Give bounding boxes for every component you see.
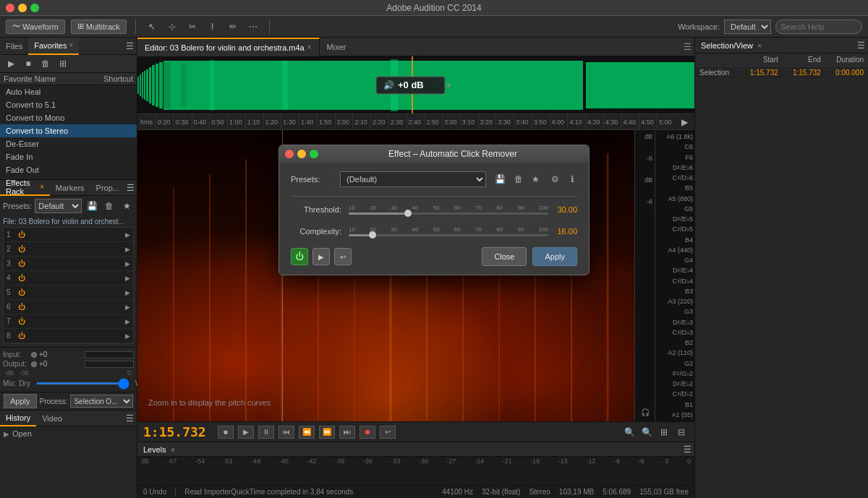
selection-end-value[interactable]: 1:15.732: [783, 66, 825, 80]
tab-mixer[interactable]: Mixer: [320, 41, 354, 53]
loop-btn[interactable]: ↩: [380, 426, 396, 439]
record-btn[interactable]: ⏺: [359, 426, 375, 439]
modal-apply-btn[interactable]: Apply: [532, 247, 577, 266]
tool-move[interactable]: ↖: [145, 20, 159, 33]
list-item[interactable]: Convert to Mono: [0, 111, 137, 124]
rewind-btn[interactable]: ⏮: [278, 426, 294, 439]
complexity-value[interactable]: 16.00: [548, 227, 577, 236]
end-btn[interactable]: ⏭: [339, 426, 355, 439]
tab-levels[interactable]: Levels ×: [137, 444, 181, 455]
input-dot[interactable]: [31, 352, 37, 358]
mix-slider[interactable]: [36, 382, 129, 385]
history-arrow-icon: ▶: [4, 430, 9, 438]
threshold-value[interactable]: 30.00: [548, 205, 577, 214]
list-item[interactable]: Convert to Stereo: [0, 124, 137, 137]
waveform-btn[interactable]: 〜 Waveform: [6, 20, 65, 34]
file-delete-btn[interactable]: 🗑: [38, 57, 53, 70]
tab-properties[interactable]: Prop...: [90, 180, 125, 196]
top-toolbar: 〜 Waveform ⊞ Multitrack ↖ ⊹ ✂ I ✏ ⋯ Work…: [0, 16, 868, 38]
modal-presets-select[interactable]: (Default): [340, 171, 486, 187]
selection-view-menu-btn[interactable]: ☰: [854, 39, 868, 52]
modal-close-btn[interactable]: [285, 150, 294, 158]
forward-btn[interactable]: ⏩: [319, 426, 335, 439]
presets-select[interactable]: Default: [35, 199, 82, 213]
scroll-right-btn[interactable]: ▶: [678, 116, 692, 129]
list-item[interactable]: Auto Heal: [0, 85, 137, 98]
waveform-area: 🔊 +0 dB ▼: [137, 56, 694, 114]
output-dot[interactable]: [31, 361, 37, 367]
modal-play-btn[interactable]: ▶: [312, 248, 330, 265]
tool-pencil[interactable]: ✏: [226, 20, 240, 33]
panel-menu-btn[interactable]: ☰: [122, 40, 137, 53]
mix-label: Mix:: [3, 379, 16, 387]
tab-selection-view[interactable]: Selection/View ×: [695, 40, 767, 51]
favorites-close-icon[interactable]: ×: [69, 41, 73, 49]
tab-video[interactable]: Video: [36, 411, 68, 426]
editor-menu-btn[interactable]: ☰: [680, 40, 694, 53]
modal-close-btn[interactable]: Close: [482, 247, 527, 266]
multitrack-btn[interactable]: ⊞ Multitrack: [71, 20, 127, 34]
levels-menu-btn[interactable]: ☰: [680, 443, 694, 456]
list-item[interactable]: De-Esser: [0, 137, 137, 150]
pause-btn[interactable]: ⏸: [258, 426, 274, 439]
modal-loop-btn[interactable]: ↩: [334, 248, 352, 265]
effects-menu-btn[interactable]: ☰: [125, 181, 137, 194]
maximize-button[interactable]: [30, 4, 39, 12]
levels-close-icon[interactable]: ×: [171, 445, 175, 454]
status-right: 44100 Hz 32-bit (float) Stereo 103,19 MB…: [442, 488, 689, 496]
tab-favorites[interactable]: Favorites ×: [28, 38, 79, 55]
modal-minimize-btn[interactable]: [297, 150, 306, 158]
modal-preset-delete-btn[interactable]: 🗑: [511, 173, 526, 186]
stop-btn[interactable]: ■: [218, 426, 234, 439]
svg-rect-8: [156, 64, 158, 107]
zoom-reset-btn[interactable]: ⊟: [674, 426, 689, 439]
effect-row: 2⏻▶: [4, 242, 133, 257]
list-item[interactable]: Convert to 5.1: [0, 98, 137, 111]
zoom-fit-btn[interactable]: ⊞: [657, 426, 671, 439]
selection-view-close-icon[interactable]: ×: [757, 41, 762, 50]
preset-star-btn[interactable]: ★: [119, 199, 134, 212]
list-item[interactable]: Fade Out: [0, 163, 137, 176]
complexity-thumb[interactable]: [369, 231, 376, 239]
threshold-thumb[interactable]: [404, 210, 412, 217]
preset-save-btn[interactable]: 💾: [85, 199, 99, 212]
tab-history[interactable]: History: [0, 411, 36, 426]
zoom-in-btn[interactable]: 🔍: [622, 426, 637, 439]
preset-delete-btn[interactable]: 🗑: [102, 199, 116, 212]
tab-editor[interactable]: Editor: 03 Bolero for violin and orchest…: [137, 38, 320, 56]
freq-label: B4: [685, 236, 693, 244]
play-btn[interactable]: ▶: [238, 426, 254, 439]
effects-content: Presets: Default 💾 🗑 ★ File: 03 Bolero f…: [0, 196, 137, 347]
list-item[interactable]: Fade In: [0, 150, 137, 163]
selection-start-value[interactable]: 1:15.732: [740, 66, 783, 80]
tab-files[interactable]: Files: [0, 38, 28, 55]
file-play-btn[interactable]: ▶: [4, 57, 18, 70]
tool-select[interactable]: ⊹: [165, 20, 179, 33]
editor-tab-close-icon[interactable]: ×: [307, 43, 312, 51]
modal-info-btn[interactable]: ℹ: [568, 173, 577, 186]
modal-preset-star-btn[interactable]: ★: [529, 173, 542, 186]
modal-power-btn[interactable]: ⏻: [291, 248, 308, 265]
file-more-btn[interactable]: ⊞: [56, 57, 70, 70]
process-select[interactable]: Selection O...: [70, 395, 133, 408]
tool-paint[interactable]: ⋯: [246, 20, 260, 33]
headphone-btn[interactable]: 🎧: [638, 405, 652, 418]
history-menu-btn[interactable]: ☰: [122, 412, 137, 425]
close-button[interactable]: [6, 4, 14, 12]
modal-settings-btn[interactable]: ⚙: [548, 173, 562, 186]
search-input[interactable]: [775, 20, 862, 34]
minimize-button[interactable]: [18, 4, 27, 12]
apply-btn[interactable]: Apply: [4, 394, 37, 408]
title-bar: Adobe Audition CC 2014: [0, 0, 868, 16]
back-btn[interactable]: ⏪: [299, 426, 315, 439]
modal-preset-save-btn[interactable]: 💾: [492, 173, 509, 186]
zoom-out-btn[interactable]: 🔍: [639, 426, 654, 439]
workspace-select[interactable]: Default: [724, 20, 771, 34]
tab-effects-rack[interactable]: Effects Rack ×: [0, 180, 50, 196]
file-stop-btn[interactable]: ■: [21, 57, 35, 70]
modal-maximize-btn[interactable]: [310, 150, 318, 158]
tab-markers[interactable]: Markers: [50, 180, 90, 196]
tool-cursor[interactable]: I: [205, 20, 220, 33]
tool-razor[interactable]: ✂: [185, 20, 200, 33]
effects-close-icon[interactable]: ×: [40, 183, 44, 191]
